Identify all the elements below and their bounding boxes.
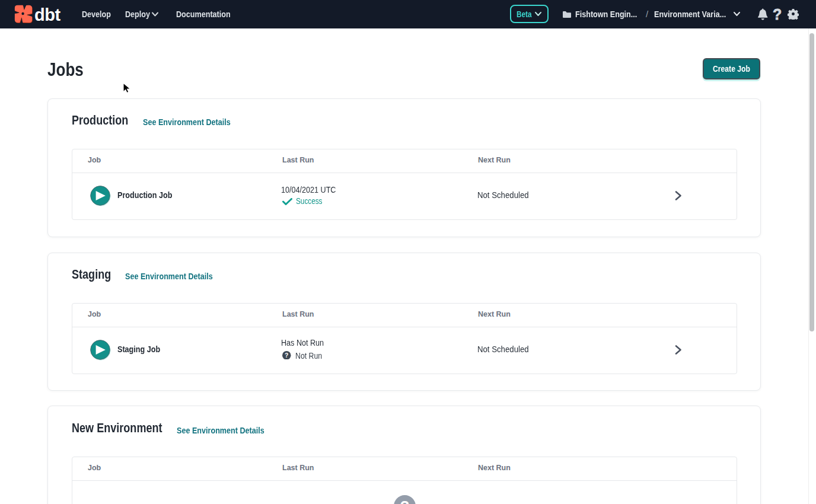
svg-text:?: ? [285, 352, 288, 358]
svg-text:?: ? [400, 497, 409, 504]
